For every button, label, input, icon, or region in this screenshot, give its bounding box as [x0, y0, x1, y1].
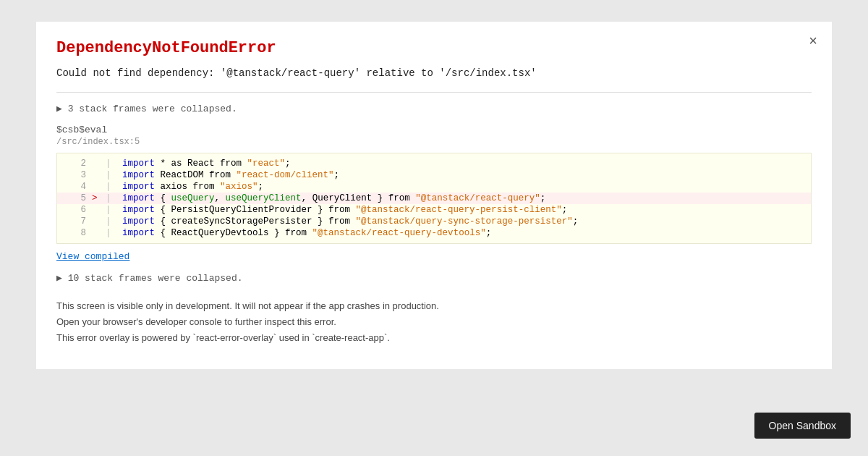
code-token: , QueryClient } from: [302, 193, 416, 203]
eval-info: $csb$eval: [56, 124, 812, 135]
line-number: 3: [66, 170, 86, 180]
line-pipe: |: [106, 170, 116, 180]
line-pipe: |: [106, 159, 116, 169]
footer-line-1: This screen is visible only in developme…: [56, 298, 812, 314]
code-token: useQuery: [171, 193, 215, 203]
code-token: ;: [334, 170, 340, 180]
line-number: 8: [66, 228, 86, 238]
code-token: axios from: [155, 182, 220, 192]
line-pipe: |: [106, 216, 116, 227]
line-arrow: [92, 228, 103, 238]
line-number: 2: [66, 159, 86, 169]
code-token: import: [122, 228, 155, 238]
code-line: 8 | import { ReactQueryDevtools } from "…: [57, 227, 811, 239]
code-token: { PersistQueryClientProvider } from: [155, 205, 356, 215]
code-token: ;: [285, 159, 291, 169]
code-token: { createSyncStoragePersister } from: [155, 216, 356, 227]
line-pipe: |: [106, 193, 116, 203]
code-token: useQueryClient: [226, 193, 302, 203]
code-line: 3 | import ReactDOM from "react-dom/clie…: [57, 169, 811, 181]
code-token: ;: [486, 228, 492, 238]
code-token: ;: [540, 193, 546, 203]
code-token: ,: [215, 193, 226, 203]
line-arrow: [92, 182, 103, 192]
code-token: ;: [562, 205, 568, 215]
line-number: 7: [66, 216, 86, 227]
collapsed-frames-1[interactable]: 3 stack frames were collapsed.: [56, 103, 812, 114]
code-token: "@tanstack/react-query-devtools": [312, 228, 486, 238]
code-line: 5> | import { useQuery, useQueryClient, …: [57, 193, 811, 204]
error-title: DependencyNotFoundError: [56, 39, 812, 57]
close-button[interactable]: ×: [809, 33, 817, 48]
error-overlay: × DependencyNotFoundError Could not find…: [36, 22, 832, 369]
code-token: import: [122, 205, 155, 215]
line-arrow: [92, 216, 103, 227]
code-line: 6 | import { PersistQueryClientProvider …: [57, 204, 811, 216]
line-number: 6: [66, 205, 86, 215]
code-token: * as React from: [155, 159, 247, 169]
line-number: 4: [66, 182, 86, 192]
code-token: {: [155, 193, 171, 203]
code-token: import: [122, 170, 155, 180]
line-arrow: >: [92, 193, 103, 203]
code-token: { ReactQueryDevtools } from: [155, 228, 312, 238]
footer-line-2: Open your browser's developer console to…: [56, 314, 812, 330]
code-token: "react": [247, 159, 286, 169]
footer-text: This screen is visible only in developme…: [56, 298, 812, 346]
collapsed-frames-2[interactable]: 10 stack frames were collapsed.: [56, 272, 812, 284]
footer-line-3: This error overlay is powered by `react-…: [56, 330, 812, 346]
line-pipe: |: [106, 228, 116, 238]
error-message: Could not find dependency: '@tanstack/re…: [56, 67, 812, 79]
code-token: "react-dom/client": [237, 170, 334, 180]
code-token: import: [122, 182, 155, 192]
file-info: /src/index.tsx:5: [56, 137, 812, 147]
line-arrow: [92, 205, 103, 215]
line-arrow: [92, 159, 103, 169]
line-number: 5: [66, 193, 86, 203]
code-token: import: [122, 216, 155, 227]
code-line: 2 | import * as React from "react";: [57, 158, 811, 169]
view-compiled-link[interactable]: View compiled: [56, 251, 812, 262]
code-token: "axios": [220, 182, 258, 192]
line-arrow: [92, 170, 103, 180]
code-token: "@tanstack/query-sync-storage-persister": [356, 216, 573, 227]
code-token: "@tanstack/react-query-persist-client": [356, 205, 562, 215]
line-pipe: |: [106, 182, 116, 192]
code-token: import: [122, 159, 155, 169]
line-pipe: |: [106, 205, 116, 215]
code-token: ReactDOM from: [155, 170, 237, 180]
code-line: 4 | import axios from "axios";: [57, 181, 811, 193]
code-token: ;: [258, 182, 264, 192]
code-token: ;: [573, 216, 579, 227]
code-token: "@tanstack/react-query": [415, 193, 540, 203]
divider: [56, 92, 812, 93]
code-block: 2 | import * as React from "react";3 | i…: [56, 153, 812, 244]
open-sandbox-button[interactable]: Open Sandbox: [754, 413, 851, 439]
code-token: import: [122, 193, 155, 203]
code-line: 7 | import { createSyncStoragePersister …: [57, 216, 811, 227]
